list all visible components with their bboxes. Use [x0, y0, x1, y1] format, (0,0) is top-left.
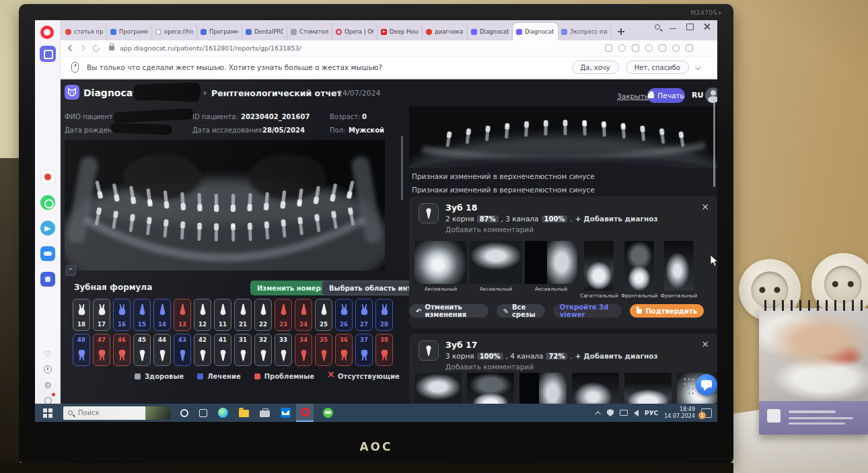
- tooth-chip[interactable]: 34: [295, 334, 312, 366]
- back-button[interactable]: [68, 45, 75, 52]
- close-report-link[interactable]: Закрыть: [617, 92, 649, 100]
- cortana-icon[interactable]: [180, 409, 188, 417]
- user-avatar[interactable]: [705, 87, 717, 103]
- slice-thumb[interactable]: [572, 373, 619, 404]
- tooth-chip[interactable]: 45: [133, 334, 151, 366]
- browser-tab[interactable]: Экспресс-панель: [558, 23, 612, 40]
- network-display-icon[interactable]: [620, 410, 628, 416]
- extension-icon[interactable]: [618, 44, 626, 52]
- search-input[interactable]: [77, 408, 131, 417]
- slice-thumb[interactable]: Аксиальный: [414, 241, 467, 292]
- browser-tab[interactable]: Стоматологическ: [287, 23, 332, 40]
- opera-taskbar-active[interactable]: [296, 404, 314, 422]
- undo-changes-button[interactable]: ↶Отменить изменения: [409, 304, 488, 318]
- secondary-xray[interactable]: [409, 106, 717, 168]
- finding-row[interactable]: Признаки изменений в верхнечелюстном син…: [412, 186, 595, 194]
- tooth-chip[interactable]: 33: [275, 334, 292, 366]
- forward-button[interactable]: [79, 45, 86, 52]
- sidebar-app-icon[interactable]: [40, 170, 55, 184]
- slice-thumb[interactable]: Фронтальный: [621, 241, 658, 299]
- url-text[interactable]: app.diagnocat.ru/patients/1612801/report…: [120, 44, 301, 52]
- tooth-chip[interactable]: 41: [214, 334, 231, 366]
- maximize-button[interactable]: [686, 23, 694, 30]
- news-widget-thumbnail[interactable]: [145, 406, 171, 420]
- tooth-chip[interactable]: 16: [113, 299, 131, 331]
- tooth-chip[interactable]: 42: [194, 334, 211, 366]
- add-diagnosis-link[interactable]: + Добавить диагноз: [575, 352, 658, 360]
- tooth-chip[interactable]: 18: [73, 299, 90, 331]
- browser-tab[interactable]: Diagnocat: [513, 23, 558, 40]
- tooth-chip[interactable]: 35: [315, 334, 332, 366]
- slice-thumb[interactable]: Сагиттальный: [580, 241, 618, 299]
- start-button[interactable]: [43, 408, 52, 418]
- extension-icon[interactable]: [605, 44, 612, 52]
- finding-row[interactable]: Признаки изменений в верхнечелюстном син…: [412, 172, 595, 180]
- browser-tab[interactable]: диагнокат — Янд: [423, 23, 468, 40]
- mail-icon[interactable]: [281, 408, 291, 418]
- clock[interactable]: 18:49 14.07.2024: [664, 406, 695, 419]
- tooth-chip[interactable]: 32: [254, 334, 272, 366]
- slice-thumb[interactable]: [519, 373, 567, 404]
- notification-center-icon[interactable]: 1: [701, 408, 712, 418]
- collapse-panel-button[interactable]: ^: [65, 265, 76, 276]
- browser-tab[interactable]: DentalPRO для вр: [242, 23, 287, 40]
- diagnocat-logo-icon[interactable]: [65, 85, 79, 100]
- add-comment-link[interactable]: Добавить комментарий: [445, 225, 534, 233]
- tooth-chip[interactable]: 14: [153, 299, 171, 331]
- panoramic-xray[interactable]: [65, 140, 385, 270]
- minimize-button[interactable]: [670, 23, 677, 30]
- browser-tab[interactable]: Opera | Обновлен: [332, 23, 377, 40]
- tooth-chip[interactable]: 46: [113, 334, 131, 366]
- tooth-chip[interactable]: 31: [234, 334, 252, 366]
- tooth-chip[interactable]: 12: [194, 299, 211, 331]
- reload-button[interactable]: [93, 45, 100, 52]
- messenger-app-icon[interactable]: [323, 408, 333, 418]
- close-card-icon[interactable]: ×: [701, 339, 709, 349]
- tooth-chip[interactable]: 44: [153, 334, 171, 366]
- left-scrollbar[interactable]: [401, 136, 403, 201]
- sidebar-app-icon[interactable]: [40, 195, 55, 210]
- right-scrollbar[interactable]: [713, 100, 715, 187]
- tooth-chip[interactable]: 15: [133, 299, 151, 331]
- history-icon[interactable]: [35, 363, 61, 376]
- tooth-chip[interactable]: 25: [315, 299, 332, 331]
- browser-tab[interactable]: Программа для ст: [107, 23, 152, 40]
- browser-tab[interactable]: Diagnocat — Вир: [468, 23, 513, 40]
- language-indicator[interactable]: РУС: [645, 410, 658, 416]
- browser-tab[interactable]: opera://history/: [152, 23, 197, 40]
- extension-icon[interactable]: [632, 44, 639, 52]
- decline-button[interactable]: Нет, спасибо: [626, 61, 689, 74]
- tooth-chip[interactable]: 23: [275, 299, 292, 331]
- browser-tab[interactable]: статья про вход з: [62, 23, 107, 40]
- sidebar-app-icon[interactable]: [40, 272, 55, 287]
- settings-gear-icon[interactable]: ⚙: [35, 378, 61, 391]
- add-comment-link[interactable]: Добавить комментарий: [445, 363, 534, 371]
- tooth-chip[interactable]: 13: [174, 299, 191, 331]
- chevron-down-icon[interactable]: [695, 65, 700, 70]
- accept-button[interactable]: Да, хочу: [572, 61, 619, 74]
- volume-icon[interactable]: [634, 410, 639, 416]
- slice-thumb[interactable]: Аксиальный: [470, 241, 522, 292]
- tooth-chip[interactable]: 36: [335, 334, 353, 366]
- tooth-chip[interactable]: 28: [375, 299, 393, 331]
- tooth-chip[interactable]: 37: [355, 334, 373, 366]
- briefcase-app-icon[interactable]: [260, 410, 270, 417]
- tooth-chip[interactable]: 38: [375, 334, 393, 366]
- tooth-chip[interactable]: 24: [295, 299, 312, 331]
- extension-icon[interactable]: [686, 44, 693, 52]
- support-chat-button[interactable]: [696, 374, 717, 396]
- slice-thumb[interactable]: [414, 373, 462, 404]
- approve-button[interactable]: Подтвердить: [630, 304, 704, 318]
- bookmarks-icon[interactable]: ♡: [35, 347, 61, 360]
- new-tab-button[interactable]: [616, 26, 626, 37]
- slice-thumb[interactable]: Аксиальный: [525, 241, 577, 292]
- sidebar-app-icon[interactable]: [40, 246, 55, 261]
- opera-menu-icon[interactable]: [40, 26, 54, 39]
- slice-thumb[interactable]: Фронтальный: [661, 241, 698, 299]
- workspace-button[interactable]: [40, 46, 56, 62]
- print-button[interactable]: Печать: [647, 88, 685, 103]
- edge-icon[interactable]: [218, 408, 228, 418]
- browser-tab[interactable]: Программа для ст: [197, 23, 242, 40]
- extension-icon[interactable]: [659, 44, 666, 52]
- open-3d-viewer-button[interactable]: Откройте 3d viewer: [553, 304, 622, 318]
